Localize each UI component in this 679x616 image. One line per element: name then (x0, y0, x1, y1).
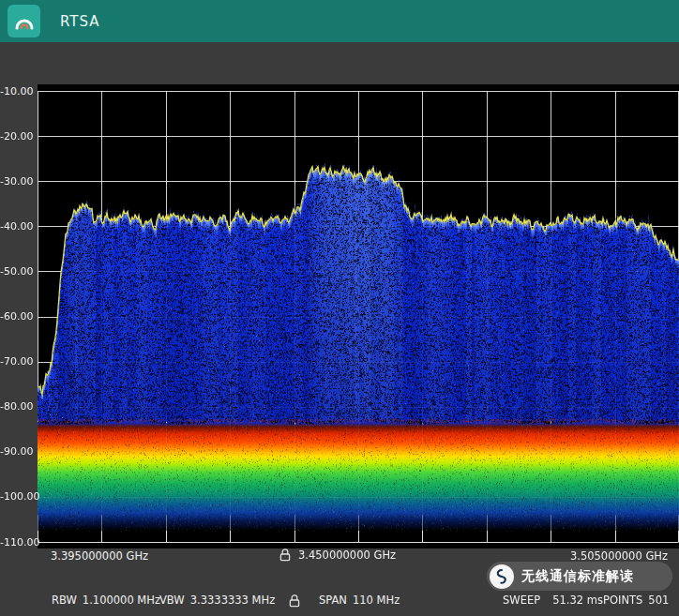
rbw-label: RBW (52, 593, 77, 607)
span-label: SPAN (319, 593, 347, 607)
points-value: 501 (648, 593, 669, 607)
center-frequency-group: 3.450000000 GHz (279, 548, 396, 562)
start-frequency-readout[interactable]: 3.395000000 GHz (51, 549, 148, 563)
center-frequency-lock-icon[interactable] (279, 548, 291, 562)
y-axis-label: -70.00 (0, 355, 33, 368)
y-axis-label: -40.00 (0, 220, 33, 233)
y-axis-label: -30.00 (0, 175, 33, 188)
title-bar: RTSA (0, 0, 679, 42)
y-axis-label: -20.00 (0, 130, 33, 143)
rbw-value: 1.100000 MHz (83, 593, 160, 607)
spectrum-arch-icon (13, 10, 36, 33)
stop-frequency-readout[interactable]: 3.505000000 GHz (570, 549, 668, 563)
vbw-label: VBW (159, 593, 185, 607)
center-frequency-readout[interactable]: 3.450000000 GHz (298, 548, 396, 562)
y-axis-label: -60.00 (0, 310, 33, 323)
sweep-label: SWEEP (503, 593, 540, 607)
y-axis-label: -80.00 (0, 400, 33, 413)
vbw-value: 3.3333333 MHz (190, 593, 275, 607)
span-value: 110 MHz (353, 593, 400, 607)
points-readout[interactable]: POINTS 501 (603, 593, 669, 607)
sweep-value: 51.32 ms (552, 593, 603, 607)
y-axis-label: -10.00 (0, 85, 33, 98)
watermark-text: 无线通信标准解读 (521, 568, 634, 585)
rbw-readout[interactable]: RBW 1.100000 MHz (52, 593, 160, 607)
y-axis-label: -100.00 (0, 490, 33, 503)
y-axis-label: -50.00 (0, 265, 33, 278)
vbw-readout[interactable]: VBW 3.3333333 MHz (159, 593, 275, 607)
vbw-lock-icon[interactable] (289, 593, 300, 608)
watermark-badge: 无线通信标准解读 (487, 562, 672, 591)
points-label: POINTS (603, 593, 642, 607)
y-axis-label: -90.00 (0, 445, 33, 458)
sweep-readout[interactable]: SWEEP 51.32 ms (503, 593, 603, 607)
spectrum-persistence-display[interactable] (38, 84, 679, 548)
y-axis-label: -110.00 (0, 536, 33, 548)
watermark-logo-icon (490, 564, 514, 589)
span-readout[interactable]: SPAN 110 MHz (319, 593, 400, 607)
app-logo-icon (8, 5, 40, 38)
app-title: RTSA (60, 13, 100, 30)
